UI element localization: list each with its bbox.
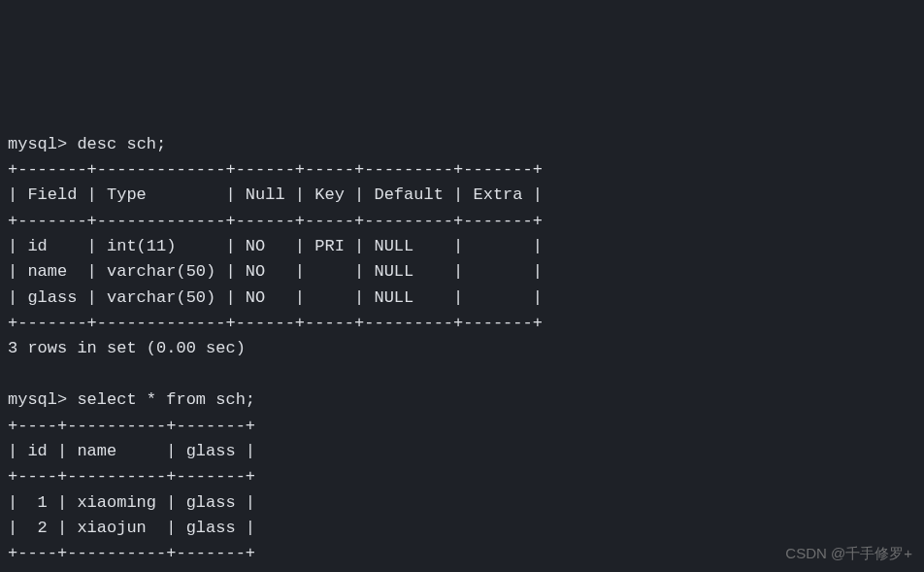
prompt-2: mysql> bbox=[8, 390, 67, 409]
desc-row-2: | glass | varchar(50) | NO | | NULL | | bbox=[8, 288, 543, 307]
command-2: select * from sch; bbox=[77, 390, 255, 409]
command-1: desc sch; bbox=[77, 135, 166, 153]
select-row-1: | 2 | xiaojun | glass | bbox=[8, 519, 255, 537]
select-row-0: | 1 | xiaoming | glass | bbox=[8, 493, 255, 512]
desc-header: | Field | Type | Null | Key | Default | … bbox=[8, 185, 543, 204]
watermark: CSDN @千手修罗+ bbox=[785, 542, 912, 564]
select-header: | id | name | glass | bbox=[8, 442, 255, 460]
select-border-bot: +----+----------+-------+ bbox=[8, 544, 255, 562]
prompt-1: mysql> bbox=[8, 135, 67, 153]
desc-status: 3 rows in set (0.00 sec) bbox=[8, 339, 246, 357]
desc-border-mid: +-------+-------------+------+-----+----… bbox=[8, 212, 543, 230]
select-border-mid: +----+----------+-------+ bbox=[8, 467, 255, 486]
desc-row-1: | name | varchar(50) | NO | | NULL | | bbox=[8, 262, 543, 281]
desc-border-bot: +-------+-------------+------+-----+----… bbox=[8, 314, 543, 332]
desc-border-top: +-------+-------------+------+-----+----… bbox=[8, 160, 543, 179]
select-border-top: +----+----------+-------+ bbox=[8, 417, 255, 435]
terminal-output: mysql> desc sch; +-------+-------------+… bbox=[8, 106, 916, 572]
desc-row-0: | id | int(11) | NO | PRI | NULL | | bbox=[8, 237, 543, 255]
